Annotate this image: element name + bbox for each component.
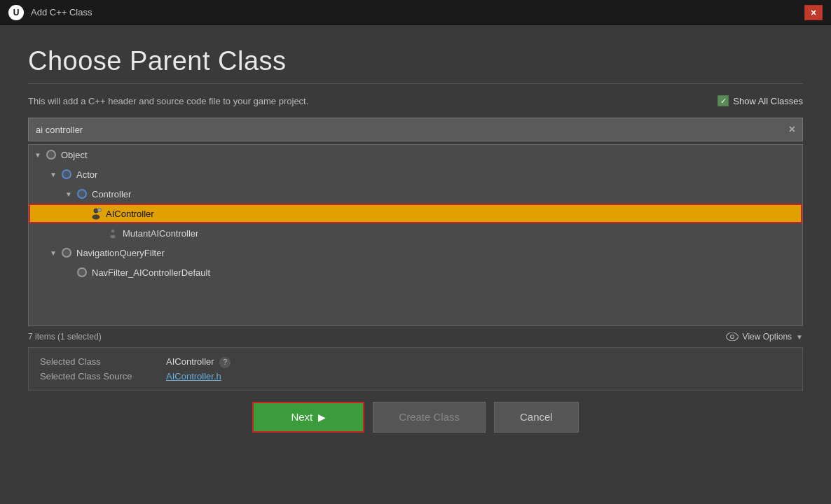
- expand-arrow-navfilter: ▼: [50, 249, 60, 257]
- tree-item-object[interactable]: ▼ Object: [29, 145, 802, 164]
- tree-item-navfilter[interactable]: ▼ NavigationQueryFilter: [29, 243, 802, 262]
- show-all-classes-label: Show All Classes: [733, 96, 803, 106]
- tree-item-mutant[interactable]: MutantAIController: [29, 223, 802, 243]
- next-button[interactable]: Next ▶: [252, 402, 364, 433]
- view-options-chevron: ▼: [796, 333, 803, 341]
- title-bar: U Add C++ Class ×: [0, 0, 831, 25]
- subtitle-text: This will add a C++ header and source co…: [28, 96, 308, 106]
- selected-class-value: AIController: [166, 356, 214, 367]
- subtitle-row: This will add a C++ header and source co…: [28, 95, 803, 106]
- search-clear-button[interactable]: ×: [789, 123, 795, 136]
- item-count: 7 items (1 selected): [28, 332, 102, 342]
- svg-point-0: [94, 209, 98, 213]
- title-bar-left: U Add C++ Class: [8, 5, 92, 20]
- label-controller: Controller: [92, 189, 131, 200]
- status-bar: 7 items (1 selected) View Options ▼: [28, 326, 803, 347]
- icon-aicontroller: [89, 206, 103, 220]
- button-row: Next ▶ Create Class Cancel: [28, 402, 803, 433]
- icon-actor: [60, 167, 74, 181]
- expand-arrow-controller: ▼: [65, 190, 75, 198]
- svg-point-8: [110, 235, 116, 239]
- next-arrow-icon: ▶: [318, 412, 326, 423]
- tree-item-aicontroller[interactable]: AIController: [29, 204, 802, 223]
- class-tree[interactable]: ▼ Object ▼ Actor ▼ Controller: [28, 144, 803, 326]
- label-aicontroller: AIController: [106, 209, 154, 219]
- info-icon[interactable]: ?: [219, 357, 231, 368]
- label-mutant: MutantAIController: [123, 228, 198, 239]
- show-all-classes-checkbox[interactable]: ✓: [717, 95, 729, 106]
- class-info-panel: Selected Class AIController ? Selected C…: [28, 347, 803, 391]
- eye-icon: [726, 332, 739, 341]
- selected-class-source-value[interactable]: AIController.h: [166, 371, 791, 382]
- tree-item-navfilterdefault[interactable]: NavFilter_AIControllerDefault: [29, 262, 802, 282]
- svg-point-9: [730, 335, 734, 339]
- selected-class-source-label: Selected Class Source: [40, 371, 166, 382]
- icon-controller: [75, 187, 89, 201]
- checkbox-checkmark: ✓: [720, 97, 727, 106]
- icon-navfilter: [60, 246, 74, 260]
- cancel-button[interactable]: Cancel: [494, 402, 579, 433]
- label-actor: Actor: [76, 169, 97, 180]
- label-navfilterdefault: NavFilter_AIControllerDefault: [92, 267, 210, 278]
- selected-class-value-row: AIController ?: [166, 356, 791, 368]
- icon-object: [44, 148, 58, 162]
- label-object: Object: [61, 150, 88, 160]
- view-options-button[interactable]: View Options ▼: [726, 332, 803, 342]
- icon-mutant: [106, 226, 120, 240]
- close-button[interactable]: ×: [804, 5, 823, 20]
- ue-logo: U: [8, 5, 24, 20]
- show-all-classes-row: ✓ Show All Classes: [717, 95, 803, 106]
- search-bar: ×: [28, 118, 803, 141]
- divider: [28, 83, 803, 84]
- page-title: Choose Parent Class: [28, 46, 803, 76]
- label-navfilter: NavigationQueryFilter: [76, 248, 165, 258]
- svg-point-7: [111, 230, 115, 233]
- selected-class-label: Selected Class: [40, 356, 166, 368]
- view-options-label: View Options: [743, 332, 792, 342]
- create-class-button[interactable]: Create Class: [373, 402, 486, 433]
- search-input[interactable]: [36, 125, 789, 135]
- svg-point-1: [92, 215, 99, 219]
- tree-item-actor[interactable]: ▼ Actor: [29, 164, 802, 184]
- icon-navfilterdefault: [75, 265, 89, 279]
- main-content: Choose Parent Class This will add a C++ …: [0, 25, 831, 504]
- expand-arrow-object: ▼: [34, 151, 44, 159]
- window-title: Add C++ Class: [31, 7, 92, 18]
- tree-item-controller[interactable]: ▼ Controller: [29, 184, 802, 204]
- expand-arrow-actor: ▼: [50, 171, 60, 178]
